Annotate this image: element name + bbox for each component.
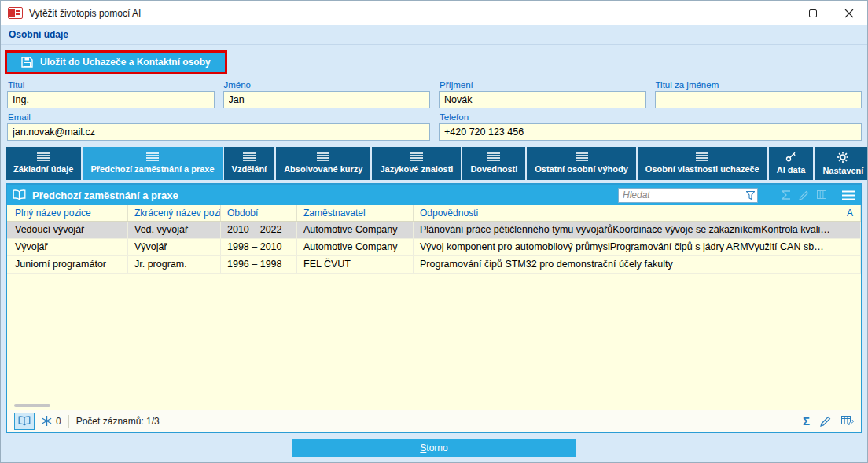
panel-header: Předchozí zaměstnání a praxe (7, 185, 861, 205)
column-header-zkraceny-nazev-pozice[interactable]: Zkrácený název pozice (128, 205, 221, 221)
list-icon (487, 152, 500, 161)
table-row[interactable]: Vývojář Vývojář 1998 – 2010 Automotive C… (7, 239, 861, 256)
grid-edit-icon-disabled[interactable] (817, 190, 828, 200)
freeze-columns-control[interactable]: 0 (42, 416, 61, 427)
table-cell: Vývoj komponent pro automobilový průmysl… (414, 239, 840, 255)
tab-label: Absolvované kurzy (284, 164, 362, 174)
prijmeni-input[interactable] (439, 91, 646, 108)
card-view-toggle-button[interactable] (14, 413, 35, 430)
table-row[interactable]: Vedoucí vývojář Ved. vývojář 2010 – 2022… (7, 222, 861, 239)
list-icon (146, 152, 159, 161)
key-icon (785, 152, 796, 162)
table-cell: Programování čipů STM32 pro demonstrační… (414, 256, 840, 273)
tab-zakladni-udaje[interactable]: Základní údaje (6, 147, 81, 180)
minimize-button[interactable] (759, 1, 795, 25)
search-box (618, 188, 758, 203)
search-input[interactable] (619, 189, 746, 200)
prijmeni-field-group: Příjmení (439, 79, 646, 108)
titul-za-jmenem-input[interactable] (655, 91, 862, 108)
column-header-obdobi[interactable]: Období (221, 205, 297, 221)
telefon-input[interactable] (439, 123, 862, 141)
telefon-field-group: Telefon (439, 111, 862, 141)
window-controls (759, 1, 867, 25)
table-cell (840, 222, 861, 238)
maximize-icon (809, 9, 817, 17)
scrollbar-thumb[interactable] (14, 404, 50, 407)
horizontal-scrollbar (7, 402, 861, 410)
app-icon (8, 7, 23, 19)
tab-osobni-vlastnosti-uchazece[interactable]: Osobní vlastnosti uchazeče (638, 147, 767, 180)
titlebar: Vytěžit životopis pomocí AI (1, 1, 867, 25)
edit-record-button[interactable] (820, 416, 831, 427)
table-cell: Automotive Company (297, 239, 414, 255)
tab-predchozi-zamestnani-a-praxe[interactable]: Předchozí zaměstnání a praxe (83, 147, 222, 180)
table-cell: Juniorní programátor (7, 256, 128, 273)
save-button-label: Uložit do Uchazeče a Kontaktní osoby (40, 57, 211, 68)
email-input[interactable] (7, 123, 430, 141)
tab-nastaveni[interactable]: Nastavení (815, 147, 868, 180)
tab-label: Osobní vlastnosti uchazeče (645, 164, 760, 174)
filter-funnel-icon[interactable] (746, 191, 755, 200)
save-icon (21, 57, 33, 68)
jmeno-input[interactable] (223, 91, 431, 108)
tab-label: Ostatní osobní výhody (535, 164, 628, 174)
menu-icon[interactable] (842, 190, 855, 200)
column-header-odpovednosti[interactable]: Odpovědnosti (414, 205, 840, 221)
table-cell: Vývojář (128, 239, 221, 255)
table-cell: 2010 – 2022 (221, 222, 297, 238)
list-icon (317, 152, 329, 161)
maximize-button[interactable] (795, 1, 831, 25)
save-button-highlight: Uložit do Uchazeče a Kontaktní osoby (5, 50, 227, 74)
tab-label: Základní údaje (13, 164, 73, 174)
tab-absolvovane-kurzy[interactable]: Absolvované kurzy (276, 147, 370, 180)
edit-grid-button[interactable] (841, 416, 854, 426)
employment-panel: Předchozí zaměstnání a praxe (6, 183, 862, 433)
panel-title: Předchozí zaměstnání a praxe (32, 189, 178, 201)
tab-dovednosti[interactable]: Dovednosti (462, 147, 525, 180)
list-icon (696, 152, 708, 161)
column-header-truncated[interactable]: A (840, 205, 861, 221)
table-empty-area (7, 274, 861, 402)
tab-ai-data[interactable]: AI data (769, 147, 814, 180)
sum-button[interactable]: Σ (803, 414, 810, 428)
dialog-window: Vytěžit životopis pomocí AI Osobní údaje… (0, 0, 868, 463)
minimize-icon (773, 13, 782, 13)
panel-status-bar: 0 Počet záznamů: 1/3 Σ (7, 410, 861, 432)
status-bar-tools: Σ (803, 414, 854, 428)
table-cell: Plánování práce pětičlenného týmu vývojá… (414, 222, 840, 238)
tab-ostatni-osobni-vyhody[interactable]: Ostatní osobní výhody (527, 147, 636, 180)
titul-input[interactable] (7, 91, 215, 108)
column-header-zamestnavatel[interactable]: Zaměstnavatel (297, 205, 414, 221)
edit-icon-disabled[interactable] (799, 190, 809, 200)
tab-label: Jazykové znalosti (380, 164, 453, 174)
titul-za-jmenem-label: Titul za jménem (656, 80, 862, 90)
table-edit-icon (841, 416, 854, 426)
close-icon (844, 9, 854, 18)
table-cell: FEL ČVUT (297, 256, 414, 273)
list-icon (576, 152, 588, 161)
tab-vzdelani[interactable]: Vzdělání (224, 147, 275, 180)
email-field-group: Email (7, 111, 430, 141)
save-button[interactable]: Uložit do Uchazeče a Kontaktní osoby (7, 53, 225, 72)
table-cell: Vývojář (7, 239, 128, 255)
tab-label: Předchozí zaměstnání a praxe (90, 164, 214, 174)
tab-label: Nastavení (822, 166, 863, 175)
dialog-footer: Storno (1, 433, 867, 462)
jmeno-label: Jméno (224, 80, 431, 90)
cancel-button[interactable]: Storno (292, 439, 576, 457)
table-row[interactable]: Juniorní programátor Jr. program. 1996 –… (7, 256, 861, 274)
form-row-2: Email Telefon (7, 111, 862, 141)
gear-icon (837, 152, 848, 163)
tab-label: AI data (777, 165, 806, 175)
sum-icon-disabled[interactable] (782, 190, 791, 200)
tab-jazykove-znalosti[interactable]: Jazykové znalosti (372, 147, 461, 180)
save-area: Uložit do Uchazeče a Kontaktní osoby (1, 45, 867, 74)
table-cell: 1998 – 2010 (221, 239, 297, 255)
close-button[interactable] (831, 1, 867, 25)
table-header-row: Plný název pozice Zkrácený název pozice … (7, 205, 861, 222)
titul-field-group: Titul (7, 79, 215, 108)
snowflake-icon (42, 416, 52, 426)
open-book-icon (18, 416, 31, 426)
list-icon (37, 152, 50, 161)
column-header-plny-nazev-pozice[interactable]: Plný název pozice (7, 205, 128, 221)
